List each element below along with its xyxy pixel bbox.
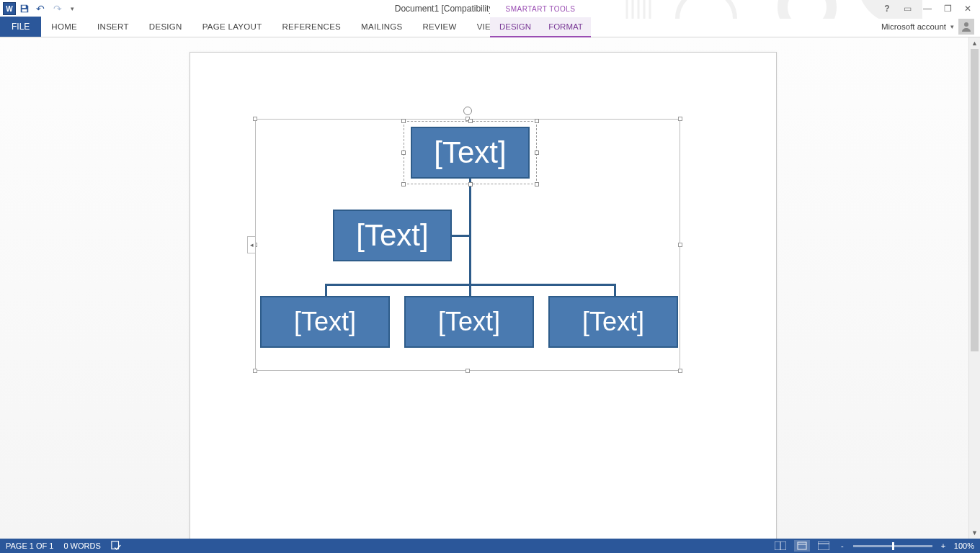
qat-customize-icon[interactable]: ▾ [68, 5, 77, 12]
zoom-in-icon[interactable]: + [938, 541, 948, 550]
svg-rect-14 [818, 541, 829, 550]
resize-handle[interactable] [468, 182, 473, 186]
tab-smartart-format[interactable]: FORMAT [540, 17, 591, 37]
tab-home[interactable]: HOME [41, 17, 87, 37]
print-layout-icon[interactable] [794, 540, 810, 552]
connector-line [325, 284, 327, 297]
word-app-icon[interactable]: W [3, 2, 16, 15]
title-bar-controls: ? ▭ — ❐ ✕ [879, 4, 980, 14]
avatar[interactable] [958, 19, 974, 35]
org-node-child-3[interactable]: [Text] [548, 296, 678, 348]
minimize-icon[interactable]: — [919, 4, 935, 14]
help-icon[interactable]: ? [879, 4, 895, 14]
tab-page-layout[interactable]: PAGE LAYOUT [192, 17, 272, 37]
zoom-thumb[interactable] [892, 542, 894, 550]
resize-handle[interactable] [535, 182, 539, 186]
tab-review[interactable]: REVIEW [412, 17, 466, 37]
tab-references[interactable]: REFERENCES [272, 17, 351, 37]
svg-point-8 [964, 22, 968, 27]
contextual-tab-group: SMARTART TOOLS DESIGN FORMAT [490, 0, 591, 37]
resize-handle[interactable] [535, 150, 539, 155]
org-node-assistant[interactable]: [Text] [333, 210, 452, 261]
connector-line [469, 179, 471, 285]
tab-smartart-design[interactable]: DESIGN [490, 17, 540, 37]
close-icon[interactable]: ✕ [960, 4, 976, 14]
restore-icon[interactable]: ❐ [940, 4, 956, 14]
text-pane-toggle-icon[interactable]: ◂ [247, 236, 256, 253]
ribbon-tabs: FILE HOME INSERT DESIGN PAGE LAYOUT REFE… [0, 17, 980, 37]
svg-rect-0 [22, 6, 26, 9]
svg-point-7 [783, 0, 832, 19]
resize-handle[interactable] [401, 150, 406, 155]
redo-icon[interactable]: ↷ [50, 3, 65, 14]
contextual-tools-label: SMARTART TOOLS [490, 0, 591, 17]
resize-handle[interactable] [468, 119, 473, 123]
document-workspace: ◂ [Text] [0, 37, 980, 539]
org-node-child-1[interactable]: [Text] [260, 296, 390, 348]
vertical-scrollbar[interactable]: ▲ ▼ [968, 37, 980, 539]
node-selection[interactable] [404, 121, 537, 184]
tab-insert[interactable]: INSERT [87, 17, 139, 37]
main-tabs: HOME INSERT DESIGN PAGE LAYOUT REFERENCE… [41, 17, 509, 37]
connector-line [469, 284, 471, 297]
scroll-up-icon[interactable]: ▲ [969, 37, 980, 49]
undo-icon[interactable]: ↶ [33, 3, 48, 14]
ribbon-right: Microsoft account ▾ [881, 17, 980, 37]
save-icon[interactable] [19, 3, 30, 14]
word-count[interactable]: 0 WORDS [63, 541, 100, 550]
zoom-out-icon[interactable]: - [837, 541, 847, 550]
web-layout-icon[interactable] [816, 540, 832, 552]
file-tab[interactable]: FILE [0, 17, 41, 37]
smartart-frame[interactable]: ◂ [Text] [255, 119, 680, 371]
zoom-level[interactable]: 100% [954, 541, 974, 550]
status-bar: PAGE 1 OF 1 0 WORDS - + 100% [0, 539, 980, 553]
ribbon-decor [620, 0, 922, 19]
account-label[interactable]: Microsoft account [881, 22, 946, 31]
svg-rect-1 [22, 9, 27, 12]
org-chart: [Text] [Text] [Text] [Text] [Text] [256, 120, 680, 370]
proofing-icon[interactable] [111, 540, 121, 552]
tab-mailings[interactable]: MAILINGS [351, 17, 412, 37]
rotate-handle-icon[interactable] [463, 107, 472, 115]
resize-handle[interactable] [401, 182, 406, 186]
tab-design[interactable]: DESIGN [139, 17, 192, 37]
connector-line [452, 235, 471, 237]
resize-handle[interactable] [535, 119, 539, 123]
zoom-slider[interactable] [853, 545, 932, 547]
document-page[interactable]: ◂ [Text] [190, 52, 777, 539]
connector-line [614, 284, 616, 297]
page-indicator[interactable]: PAGE 1 OF 1 [6, 541, 53, 550]
scroll-down-icon[interactable]: ▼ [969, 527, 980, 539]
resize-handle[interactable] [401, 119, 406, 123]
quick-access-toolbar: W ↶ ↷ ▾ [0, 2, 77, 15]
scroll-thumb[interactable] [971, 49, 979, 351]
ribbon-display-options-icon[interactable]: ▭ [899, 4, 915, 14]
account-caret-icon[interactable]: ▾ [950, 23, 954, 30]
read-mode-icon[interactable] [772, 540, 788, 552]
svg-rect-12 [798, 542, 806, 549]
org-node-child-2[interactable]: [Text] [404, 296, 534, 348]
